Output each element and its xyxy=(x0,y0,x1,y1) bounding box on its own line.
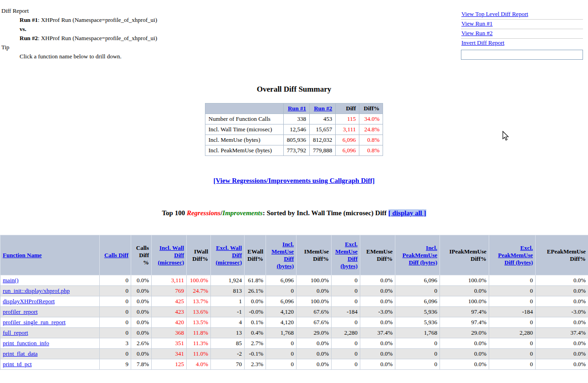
value-cell: -0.1% xyxy=(245,349,266,359)
value-cell: 13.6% xyxy=(187,307,211,317)
value-cell: -2 xyxy=(211,349,245,359)
summary-run1-header[interactable]: Run #1 xyxy=(283,104,309,114)
value-cell: 13.5% xyxy=(187,317,211,328)
value-cell: 0.0% xyxy=(360,296,395,307)
summary-run2-header[interactable]: Run #2 xyxy=(310,104,336,114)
run1-sort-link[interactable]: Run #1 xyxy=(288,105,306,112)
value-cell: 2,280 xyxy=(332,328,360,338)
value-cell: 0 xyxy=(266,338,297,349)
value-cell: 97.4% xyxy=(440,317,489,328)
value-cell: 0 xyxy=(395,286,440,296)
sort-link-excl-wall-diff[interactable]: Excl. Wall Diff (microsec) xyxy=(215,244,242,266)
column-header-calls-diff[interactable]: Calls Diff xyxy=(100,235,131,275)
value-cell: 6,096 xyxy=(266,296,297,307)
column-header-incl-wall-diff[interactable]: Incl. Wall Diff (microsec) xyxy=(152,235,187,275)
value-cell: 0.0% xyxy=(131,296,152,307)
value-cell: 3,111 xyxy=(152,275,187,286)
summary-diff-value: 6,096 xyxy=(336,145,359,156)
function-link[interactable]: print_flat_data xyxy=(3,350,38,357)
callgraph-diff-link[interactable]: [View Regressions/Improvements using Cal… xyxy=(214,177,375,184)
summary-diffpct-value: 34.0% xyxy=(359,114,383,124)
function-link[interactable]: run_init::display/xhprof.php xyxy=(3,287,70,294)
value-cell: 0 xyxy=(489,275,536,286)
value-cell: 100.0% xyxy=(440,296,489,307)
summary-run2-value: 779,888 xyxy=(310,145,336,156)
function-row: main()00.0%3,111100.0%1,92461.8%6,096100… xyxy=(0,275,588,286)
view-top-level-diff-report-link[interactable]: View Top Level Diff Report xyxy=(461,10,528,17)
summary-row: Incl. Wall Time (microsec) 12,546 15,657… xyxy=(205,124,383,135)
value-cell: 0.0% xyxy=(297,286,332,296)
column-header-excl-wall-diff[interactable]: Excl. Wall Diff (microsec) xyxy=(211,235,245,275)
value-cell: 0.0% xyxy=(536,286,588,296)
function-link[interactable]: full_report xyxy=(3,329,28,336)
value-cell: 1 xyxy=(211,296,245,307)
value-cell: 100.0% xyxy=(297,275,332,286)
value-cell: 0.0% xyxy=(536,338,588,349)
function-link[interactable]: profiler_report xyxy=(3,308,38,315)
invert-diff-report-link[interactable]: Invert Diff Report xyxy=(461,39,504,46)
nav-row: View Run #1 xyxy=(461,20,583,29)
value-cell: 125 xyxy=(152,359,187,370)
summary-diff-value: 115 xyxy=(336,114,359,124)
improvements-label: Improvements xyxy=(222,209,262,217)
sort-link-function-name[interactable]: Function Name xyxy=(3,252,42,259)
run2-sort-link[interactable]: Run #2 xyxy=(314,105,332,112)
sort-link-incl-memuse-diff[interactable]: Incl. MemUse Diff (bytes) xyxy=(271,241,294,269)
view-run1-link[interactable]: View Run #1 xyxy=(461,20,493,27)
summary-run2-value: 15,657 xyxy=(310,124,336,135)
value-cell: 2.6% xyxy=(131,338,152,349)
column-header-excl-memuse-diff[interactable]: Excl. MemUse Diff (bytes) xyxy=(332,235,360,275)
value-cell: 0.0% xyxy=(536,349,588,359)
value-cell: 100.0% xyxy=(440,275,489,286)
value-cell: 4 xyxy=(211,317,245,328)
function-name-cell: print_function_info xyxy=(0,338,100,349)
function-name-cell: print_td_pct xyxy=(0,359,100,370)
value-cell: 4.0% xyxy=(187,359,211,370)
function-row: print_td_pct97.8%1254.0%702.3%00.0%00.0%… xyxy=(0,359,588,370)
sort-link-calls-diff[interactable]: Calls Diff xyxy=(104,252,128,259)
value-cell: 0.0% xyxy=(360,317,395,328)
value-cell: 368 xyxy=(152,328,187,338)
value-cell: 351 xyxy=(152,338,187,349)
value-cell: 0.0% xyxy=(440,338,489,349)
value-cell: 6,096 xyxy=(266,275,297,286)
sort-link-incl-wall-diff[interactable]: Incl. Wall Diff (microsec) xyxy=(158,244,184,266)
value-cell: 6,096 xyxy=(395,296,440,307)
value-cell: 0 xyxy=(489,286,536,296)
column-header-function-name[interactable]: Function Name xyxy=(0,235,100,275)
value-cell: 70 xyxy=(211,359,245,370)
value-cell: -184 xyxy=(332,307,360,317)
summary-diff-value: 3,111 xyxy=(336,124,359,135)
function-link[interactable]: print_td_pct xyxy=(3,361,32,367)
summary-row: Number of Function Calls 338 453 115 34.… xyxy=(205,114,383,124)
sort-link-excl-memuse-diff[interactable]: Excl. MemUse Diff (bytes) xyxy=(335,241,358,269)
value-cell: 0.0% xyxy=(360,286,395,296)
value-cell: -3.0% xyxy=(536,307,588,317)
value-cell: 2.7% xyxy=(245,338,266,349)
value-cell: 0.0% xyxy=(131,328,152,338)
sort-link-excl-peakmemuse-diff[interactable]: Excl. PeakMemUse Diff (bytes) xyxy=(498,244,533,266)
function-link[interactable]: print_function_info xyxy=(3,340,49,347)
display-all-link[interactable]: [ display all ] xyxy=(389,209,426,217)
summary-diff-header: Diff xyxy=(336,104,359,114)
value-cell: 5,936 xyxy=(395,317,440,328)
function-row: displayXHProfReport00.0%42513.7%10.0%6,0… xyxy=(0,296,588,307)
function-link[interactable]: profiler_single_run_report xyxy=(3,319,66,326)
column-header-excl-peakmemuse-diff[interactable]: Excl. PeakMemUse Diff (bytes) xyxy=(489,235,536,275)
run-number-input[interactable] xyxy=(461,50,583,60)
value-cell: 11.0% xyxy=(187,349,211,359)
nav-row: Invert Diff Report xyxy=(461,39,583,48)
value-cell: 61.8% xyxy=(245,275,266,286)
function-link[interactable]: main() xyxy=(3,277,19,284)
column-header-incl-memuse-diff[interactable]: Incl. MemUse Diff (bytes) xyxy=(266,235,297,275)
sort-link-incl-peakmemuse-diff[interactable]: Incl. PeakMemUse Diff (bytes) xyxy=(402,244,437,266)
value-cell: 1,768 xyxy=(395,328,440,338)
function-link[interactable]: displayXHProfReport xyxy=(3,298,55,305)
column-header-incl-peakmemuse-diff[interactable]: Incl. PeakMemUse Diff (bytes) xyxy=(395,235,440,275)
column-header-iwall-diff-pct: IWall Diff% xyxy=(187,235,211,275)
value-cell: 3 xyxy=(100,338,131,349)
view-run2-link[interactable]: View Run #2 xyxy=(461,30,493,36)
value-cell: 100.0% xyxy=(297,296,332,307)
value-cell: 5,936 xyxy=(395,307,440,317)
value-cell: 0.4% xyxy=(245,328,266,338)
